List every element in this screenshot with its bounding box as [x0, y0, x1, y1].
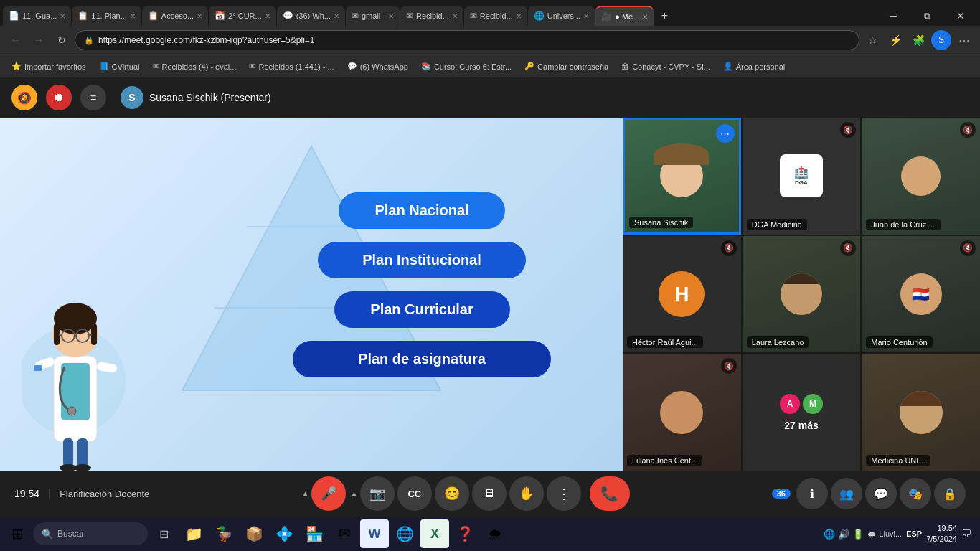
participant-tile-more[interactable]: A M 27 más	[743, 354, 861, 471]
tab-6[interactable]: ✉ gmail - ✕	[346, 6, 400, 26]
browser-menu-icon[interactable]: ⋯	[954, 30, 974, 50]
extensions-icon[interactable]: 🧩	[908, 30, 928, 50]
info-button[interactable]: ℹ	[796, 478, 828, 509]
performance-icon[interactable]: ⚡	[885, 30, 905, 50]
pyramid-buttons: Plan Nacional Plan Institucional Plan Cu…	[293, 192, 551, 377]
plan-curricular-button[interactable]: Plan Curricular	[334, 291, 510, 328]
participants-button[interactable]: 👥	[831, 478, 862, 509]
susana-options-btn[interactable]: ⋯	[716, 124, 735, 143]
tab-7[interactable]: ✉ Recibid... ✕	[400, 6, 463, 26]
participant-count-badge: 36	[772, 489, 791, 499]
camera-button[interactable]: 📷	[360, 476, 395, 511]
tab-1[interactable]: 📄 11. Gua... ✕	[3, 6, 71, 26]
profile-icon[interactable]: S	[931, 30, 951, 50]
taskbar-dropbox[interactable]: 📦	[240, 519, 268, 548]
tab-2-close[interactable]: ✕	[130, 12, 136, 20]
participant-tile-dga[interactable]: 🏥 DGA 🔇 DGA Medicina	[743, 118, 861, 235]
volume-icon[interactable]: 🔊	[838, 529, 849, 540]
camera-chevron-button[interactable]: ▲	[349, 486, 359, 501]
tab-10-active[interactable]: 🎥 ● Me... ✕	[595, 6, 654, 26]
taskbar-duck[interactable]: 🦆	[209, 519, 238, 548]
captions-button[interactable]: CC	[397, 476, 432, 511]
taskbar-help[interactable]: ❓	[451, 519, 479, 548]
lock-button[interactable]: 🔒	[934, 478, 966, 509]
bookmark-conacyt[interactable]: 🏛 Conacyt - CVPY - Si...	[616, 58, 716, 75]
tab-4-close[interactable]: ✕	[265, 12, 270, 20]
forward-button[interactable]: →	[29, 30, 49, 50]
curso-label: Curso: Curso 6: Estr...	[434, 62, 512, 71]
tab-3-close[interactable]: ✕	[197, 12, 202, 20]
minimize-button[interactable]: ─	[877, 6, 910, 26]
plan-asignatura-button[interactable]: Plan de asignatura	[293, 341, 551, 377]
participant-tile-mario[interactable]: 🇵🇾 🔇 Mario Centurión	[862, 236, 980, 353]
task-view-button[interactable]: ⊟	[149, 519, 178, 548]
plan-nacional-button[interactable]: Plan Nacional	[339, 192, 504, 229]
presentation-area: Plan Nacional Plan Institucional Plan Cu…	[0, 118, 623, 471]
tab-5[interactable]: 💬 (36) Wh... ✕	[277, 6, 345, 26]
participant-tile-susana[interactable]: ⋯ Susana Sischik	[623, 118, 741, 235]
taskbar-mail[interactable]: ✉	[330, 519, 359, 548]
meet-main-content: Plan Nacional Plan Institucional Plan Cu…	[0, 118, 980, 471]
participant-tile-juan[interactable]: 🔇 Juan de la Cruz ...	[862, 118, 980, 235]
topbar-extra-button[interactable]: ≡	[80, 85, 106, 110]
tab-3[interactable]: 📋 Acceso... ✕	[142, 6, 208, 26]
new-tab-button[interactable]: +	[654, 6, 674, 26]
mic-mute-button[interactable]: 🎤	[311, 476, 346, 511]
mic-chevron-button[interactable]: ▲	[300, 486, 311, 501]
chat-button[interactable]: 💬	[865, 478, 897, 509]
tab-4[interactable]: 📅 2° CUR... ✕	[209, 6, 276, 26]
record-button[interactable]: ⏺	[46, 85, 72, 110]
bookmark-password[interactable]: 🔑 Cambiar contraseña	[519, 58, 614, 75]
tab-8-close[interactable]: ✕	[516, 12, 522, 20]
bookmark-star-icon[interactable]: ☆	[862, 30, 882, 50]
activities-button[interactable]: 🎭	[900, 478, 931, 509]
bookmark-recibidos-2[interactable]: ✉ Recibidos (1.441) - ...	[243, 58, 339, 75]
plan-institucional-button[interactable]: Plan Institucional	[318, 242, 526, 278]
rain-icon[interactable]: 🌧	[867, 529, 876, 540]
taskbar-edge[interactable]: 🌐	[390, 519, 419, 548]
taskbar-file-explorer[interactable]: 📁	[179, 519, 208, 548]
tab-1-close[interactable]: ✕	[60, 12, 65, 20]
taskbar-excel[interactable]: X	[420, 519, 449, 548]
taskbar-weather[interactable]: 🌧	[481, 519, 509, 548]
participant-tile-medicina[interactable]: Medicina UNI...	[862, 354, 980, 471]
tab-9-close[interactable]: ✕	[583, 12, 589, 20]
reload-button[interactable]: ↻	[52, 30, 72, 50]
restore-button[interactable]: ⧉	[910, 6, 943, 26]
address-bar[interactable]: 🔒 https://meet.google.com/fkz-xzbm-rqp?a…	[75, 30, 859, 50]
tab-9[interactable]: 🌐 Univers... ✕	[528, 6, 595, 26]
present-screen-button[interactable]: 🖥	[472, 476, 507, 511]
tab-5-close[interactable]: ✕	[334, 12, 339, 20]
participant-tile-hector[interactable]: H 🔇 Héctor Raúl Agui...	[623, 236, 741, 353]
bookmark-recibidos-1[interactable]: ✉ Recibidos (4) - eval...	[147, 58, 242, 75]
taskbar-word[interactable]: W	[360, 519, 389, 548]
notification-center[interactable]: 🗨	[961, 528, 971, 540]
network-icon[interactable]: 🌐	[824, 529, 835, 540]
taskbar-search[interactable]: 🔍 Buscar	[33, 522, 148, 545]
tab-6-close[interactable]: ✕	[388, 12, 394, 20]
emoji-button[interactable]: 😊	[435, 476, 469, 511]
toolbar-center: ▲ 🎤 ▲ 📷 CC 😊 🖥 ✋ ⋮ 📞	[300, 476, 630, 511]
tab-10-close[interactable]: ✕	[642, 13, 648, 21]
tab-7-close[interactable]: ✕	[452, 12, 458, 20]
taskbar-store[interactable]: 🏪	[300, 519, 329, 548]
bookmark-import-favorites[interactable]: ⭐ Importar favoritos	[6, 58, 92, 75]
tab-8[interactable]: ✉ Recibid... ✕	[464, 6, 527, 26]
more-options-button[interactable]: ⋮	[547, 476, 581, 511]
end-call-button[interactable]: 📞	[590, 476, 630, 511]
start-button[interactable]: ⊞	[3, 519, 32, 548]
bookmark-cvirtual[interactable]: 📘 CVirtual	[93, 58, 146, 75]
tab-2[interactable]: 📋 11. Plan... ✕	[72, 6, 141, 26]
tab-4-title: 2° CUR...	[228, 11, 262, 20]
battery-icon[interactable]: 🔋	[852, 529, 864, 540]
raise-hand-button[interactable]: ✋	[509, 476, 544, 511]
bookmark-area-personal[interactable]: 👤 Área personal	[717, 58, 791, 75]
taskbar-vscode[interactable]: 💠	[270, 519, 298, 548]
back-button[interactable]: ←	[6, 30, 26, 50]
participant-tile-laura[interactable]: 🔇 Laura Lezcano	[743, 236, 861, 353]
bookmark-whatsapp[interactable]: 💬 (6) WhatsApp	[341, 58, 414, 75]
close-button[interactable]: ✕	[944, 6, 977, 26]
bookmark-curso[interactable]: 📚 Curso: Curso 6: Estr...	[415, 58, 517, 75]
participant-tile-liliana[interactable]: 🔇 Liliana Inés Cent...	[623, 354, 741, 471]
bell-off-button[interactable]: 🔕	[11, 85, 37, 110]
